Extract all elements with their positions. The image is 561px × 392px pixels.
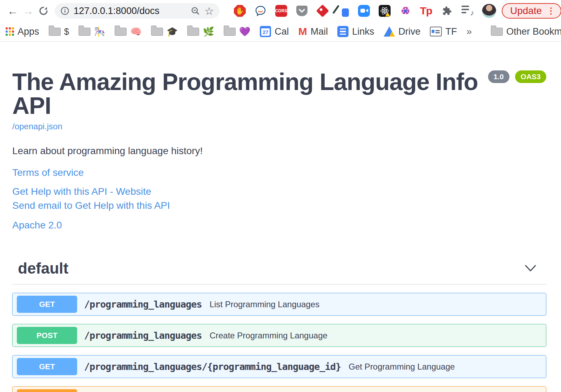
tag-name: default	[18, 260, 68, 277]
gmail-icon: M	[298, 26, 307, 37]
bookmark-calendar[interactable]: 27 Cal	[260, 26, 289, 37]
folder-icon	[151, 28, 163, 36]
bookmark-mail[interactable]: M Mail	[298, 26, 328, 37]
folder-icon	[115, 28, 127, 36]
apps-grid-icon	[6, 27, 14, 36]
tp-extension-icon[interactable]: Tp	[420, 5, 432, 17]
color-picker-icon[interactable]	[337, 5, 350, 17]
browser-toolbar: ← → 127.0.0.1:8000/docs ☆ ✋ CORS	[0, 0, 561, 22]
react-devtools-icon[interactable]	[378, 5, 391, 17]
opblock-get-one[interactable]: GET /programming_languages/{programming_…	[12, 355, 546, 378]
op-summary: Get Programming Language	[349, 362, 455, 372]
bookmark-folder-herb[interactable]: 🌿	[187, 27, 214, 36]
update-button[interactable]: Update ⋮	[502, 3, 561, 19]
license-link[interactable]: Apache 2.0	[12, 220, 546, 231]
swagger-docs-page: The Amazing Programming Language Info AP…	[0, 70, 561, 392]
bookmark-folder-graduation[interactable]: 🎓	[151, 27, 178, 36]
tf-doc-icon	[430, 27, 442, 36]
openapi-json-link[interactable]: /openapi.json	[12, 122, 62, 131]
api-links: Terms of service Get Help with this API …	[12, 167, 546, 231]
bookmark-star-icon[interactable]: ☆	[204, 5, 214, 17]
adblock-icon[interactable]: ✋	[234, 5, 246, 17]
folder-icon	[224, 28, 236, 36]
bookmark-drive[interactable]: Drive	[384, 26, 420, 37]
opblock-post-create[interactable]: POST /programming_languages Create Progr…	[12, 324, 546, 347]
bookmark-folder-money[interactable]: $	[49, 27, 69, 36]
extensions-row: ✋ CORS ♻ Tp ♪	[234, 5, 474, 17]
media-queue-icon[interactable]: ♪	[461, 5, 474, 17]
zoom-app-icon[interactable]	[358, 5, 370, 17]
bookmark-folder-brain[interactable]: 🧠	[115, 27, 141, 36]
bookmarks-overflow-icon[interactable]: »	[466, 26, 472, 37]
url-bar[interactable]: 127.0.0.1:8000/docs ☆	[55, 3, 219, 19]
bookmark-links[interactable]: Links	[337, 26, 374, 37]
page-title: The Amazing Programming Language Info AP…	[12, 70, 482, 117]
bookmark-folder-carousel[interactable]: 🎠	[79, 27, 105, 36]
chat-bubble-icon[interactable]	[254, 5, 267, 17]
op-summary: List Programming Languages	[210, 300, 320, 309]
page-info-icon[interactable]	[60, 6, 69, 15]
folder-icon	[187, 28, 199, 36]
bookmark-apps[interactable]: Apps	[6, 26, 39, 37]
other-bookmarks[interactable]: Other Bookmarks	[491, 26, 561, 37]
method-badge: GET	[17, 296, 77, 313]
links-icon	[337, 26, 349, 37]
browser-menu-kebab-icon[interactable]: ⋮	[547, 6, 555, 16]
google-drive-icon	[384, 27, 395, 37]
opblock-put-update[interactable]: PUT /programming_languages/{programming_…	[12, 386, 546, 392]
op-summary: Create Programming Language	[210, 331, 327, 341]
version-badge: 1.0	[488, 70, 509, 83]
op-path: /programming_languages	[84, 299, 202, 310]
pocket-icon[interactable]	[296, 5, 308, 17]
method-badge: POST	[17, 327, 77, 344]
method-badge: GET	[17, 358, 77, 375]
bookmark-tf[interactable]: TF	[430, 26, 457, 37]
back-icon[interactable]: ←	[5, 3, 20, 19]
recycle-extension-icon[interactable]: ♻	[399, 5, 412, 17]
help-website-link[interactable]: Get Help with this API - Website	[12, 186, 546, 197]
api-title-row: The Amazing Programming Language Info AP…	[12, 70, 546, 117]
red-diamond-extension-icon[interactable]	[316, 5, 329, 17]
api-description: Learn about programming language history…	[12, 145, 546, 157]
forward-icon: →	[20, 3, 36, 19]
url-text[interactable]: 127.0.0.1:8000/docs	[74, 6, 186, 16]
method-badge: PUT	[17, 389, 77, 392]
bookmarks-bar: Apps $ 🎠 🧠 🎓 🌿 💜 27 Cal M Mail Links Dri…	[0, 22, 561, 42]
profile-avatar[interactable]	[482, 4, 496, 18]
opblock-get-list[interactable]: GET /programming_languages List Programm…	[12, 293, 546, 316]
op-path: /programming_languages	[84, 330, 202, 341]
extensions-puzzle-icon[interactable]	[440, 5, 453, 17]
tag-section-header[interactable]: default	[12, 260, 546, 284]
folder-icon	[79, 28, 90, 36]
google-calendar-icon: 27	[260, 26, 271, 37]
folder-icon	[491, 28, 503, 36]
terms-of-service-link[interactable]: Terms of service	[12, 167, 546, 178]
help-email-link[interactable]: Send email to Get Help with this API	[12, 200, 546, 211]
op-path: /programming_languages/{programming_lang…	[84, 361, 341, 372]
folder-icon	[49, 28, 61, 36]
reload-icon[interactable]	[36, 3, 51, 19]
bookmark-folder-heart[interactable]: 💜	[224, 27, 250, 36]
oas3-badge: OAS3	[515, 70, 546, 83]
collapse-chevron-icon[interactable]	[525, 264, 536, 272]
zoom-out-icon[interactable]	[190, 6, 200, 16]
cors-extension-icon[interactable]: CORS	[275, 5, 288, 17]
